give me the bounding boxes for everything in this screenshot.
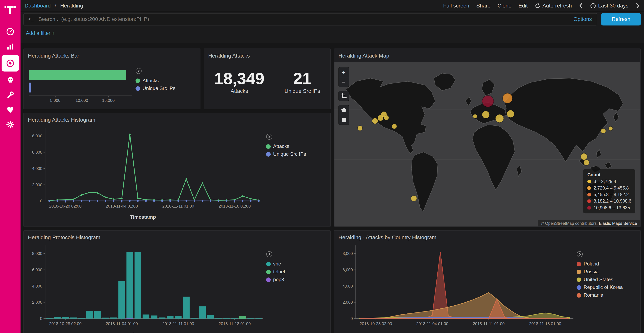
polygon-icon: [341, 107, 347, 113]
legend-label: Attacks: [142, 78, 159, 84]
map-fit-bounds-button[interactable]: [339, 91, 349, 101]
breadcrumb-dashboard-link[interactable]: Dashboard: [25, 3, 51, 9]
skull-icon: [6, 76, 15, 85]
map-legend-range-label: 10,908.6 – 13,635: [594, 205, 630, 210]
gear-icon: [6, 120, 15, 129]
sidebar-item-dashboard[interactable]: [2, 25, 19, 39]
legend-color-dot: [577, 293, 581, 297]
map-attribution: © OpenStreetMap contributors, Elastic Ma…: [538, 220, 640, 226]
telekom-logo[interactable]: [4, 4, 16, 18]
search-input-wrap[interactable]: >_ Options: [24, 13, 597, 25]
svg-text:2,000: 2,000: [32, 300, 42, 305]
sidebar-item-attack-map[interactable]: [2, 55, 19, 72]
country-histogram-legend: PolandRussiaUnited StatesRepublic of Kor…: [577, 251, 623, 298]
legend-color-dot: [136, 78, 140, 83]
add-filter-link[interactable]: Add a filter+: [26, 31, 55, 36]
panel-title: Heralding Protocols Histogram: [24, 231, 330, 240]
auto-refresh-control[interactable]: Auto-refresh: [534, 3, 572, 9]
options-link[interactable]: Options: [574, 16, 593, 22]
legend-label: Attacks: [273, 143, 289, 149]
sidebar-item-settings[interactable]: [2, 118, 19, 132]
time-back-button[interactable]: [579, 2, 584, 9]
legend-item-attacks[interactable]: Attacks: [136, 78, 176, 84]
panel-attacks-histogram: Heralding Attacks Histogram 02,0004,0006…: [24, 113, 330, 227]
x-axis-label: Timestamp: [24, 214, 262, 220]
svg-text:0: 0: [40, 199, 42, 203]
query-bar: >_ Options Refresh: [20, 12, 644, 27]
legend-item-telnet[interactable]: telnet: [266, 269, 285, 274]
map-legend-color-dot: [588, 193, 591, 196]
svg-text:2018-11-11 01:00: 2018-11-11 01:00: [473, 321, 505, 326]
legend-toggle-icon[interactable]: [266, 134, 306, 141]
legend-label: Russia: [584, 269, 599, 274]
legend-item-poland[interactable]: Poland: [577, 261, 623, 267]
legend-label: vnc: [273, 261, 281, 267]
svg-text:4,000: 4,000: [32, 166, 42, 171]
crop-icon: [341, 93, 347, 99]
panel-attack-map: Heralding Attack Map + −: [334, 49, 641, 227]
chevron-left-icon: [579, 2, 584, 9]
svg-text:2018-11-11 01:00: 2018-11-11 01:00: [162, 321, 194, 326]
map-zoom-out-button[interactable]: −: [339, 77, 349, 87]
map-draw-rectangle-button[interactable]: [339, 115, 349, 125]
refresh-button[interactable]: Refresh: [601, 13, 641, 25]
metric-unique-src-ips: 21 Unique Src IPs: [284, 70, 320, 94]
svg-text:6,000: 6,000: [342, 268, 353, 272]
menu-clone[interactable]: Clone: [498, 3, 512, 9]
legend-color-dot: [266, 269, 271, 274]
legend-item-russia[interactable]: Russia: [577, 269, 623, 274]
panel-country-histogram: Heralding - Attacks by Country Histogram…: [334, 230, 641, 333]
menu-share[interactable]: Share: [476, 3, 490, 9]
attack-map-canvas[interactable]: + − Count 3 – 2,7: [334, 62, 640, 226]
protocols-histogram-chart[interactable]: 02,0004,0006,0008,0002018-10-28 02:00201…: [27, 241, 265, 331]
country-histogram-chart[interactable]: 02,0004,0006,0008,0002018-10-28 02:00201…: [338, 241, 576, 331]
map-zoom-in-button[interactable]: +: [339, 67, 349, 77]
speedometer-icon: [6, 27, 15, 36]
legend-item-republic-of-korea[interactable]: Republic of Korea: [577, 284, 623, 290]
legend-item-united-states[interactable]: United States: [577, 277, 623, 282]
osm-attribution-link[interactable]: © OpenStreetMap contributors,: [541, 221, 598, 226]
legend-item-vnc[interactable]: vnc: [266, 261, 285, 267]
filter-bar: Add a filter+: [20, 27, 644, 43]
elastic-maps-attribution: Elastic Maps Service: [599, 221, 637, 226]
map-draw-polygon-button[interactable]: [339, 105, 349, 115]
plus-icon: +: [52, 31, 55, 36]
attacks-bar-chart[interactable]: 5,00010,00015,000: [26, 65, 136, 107]
svg-text:2018-10-28 02:00: 2018-10-28 02:00: [360, 321, 392, 326]
map-legend-range-label: 2,729.4 – 5,455.8: [594, 185, 629, 190]
svg-text:6,000: 6,000: [32, 150, 42, 155]
legend-item-romania[interactable]: Romania: [577, 292, 623, 298]
legend-label: Unique Src IPs: [273, 151, 306, 157]
svg-text:8,000: 8,000: [32, 134, 42, 138]
sidebar-item-tools[interactable]: [2, 88, 19, 102]
legend-color-dot: [577, 285, 581, 290]
legend-item-attacks[interactable]: Attacks: [266, 143, 306, 149]
search-input[interactable]: [38, 16, 570, 23]
svg-text:2018-10-28 02:00: 2018-10-28 02:00: [49, 321, 82, 326]
sidebar-item-health[interactable]: [2, 103, 19, 117]
svg-text:8,000: 8,000: [32, 251, 42, 256]
legend-item-unique-src-ips[interactable]: Unique Src IPs: [136, 86, 176, 91]
legend-item-unique-src-ips[interactable]: Unique Src IPs: [266, 151, 306, 157]
map-legend: Count 3 – 2,729.42,729.4 – 5,455.85,455.…: [583, 169, 636, 213]
chevron-right-icon: [636, 2, 640, 9]
svg-text:4,000: 4,000: [32, 284, 42, 288]
bar-chart-icon: [6, 42, 15, 51]
sidebar-item-analytics[interactable]: [2, 40, 19, 54]
legend-toggle-icon[interactable]: [136, 68, 176, 75]
protocols-histogram-legend: vnctelnetpop3: [266, 251, 285, 282]
legend-item-pop3[interactable]: pop3: [266, 277, 285, 282]
menu-full-screen[interactable]: Full screen: [443, 3, 469, 9]
menu-edit[interactable]: Edit: [518, 3, 528, 9]
terminal-prompt-icon: >_: [28, 16, 34, 22]
legend-label: Republic of Korea: [584, 284, 623, 290]
svg-text:2018-11-04 01:00: 2018-11-04 01:00: [106, 204, 138, 208]
time-forward-button[interactable]: [636, 2, 640, 9]
map-legend-range-label: 8,182.2 – 10,908.6: [594, 199, 631, 203]
time-range-control[interactable]: Last 30 days: [590, 3, 628, 9]
attacks-histogram-chart[interactable]: 02,0004,0006,0008,0002018-10-28 02:00201…: [27, 124, 265, 213]
sidebar-item-threats[interactable]: [2, 73, 19, 87]
legend-toggle-icon[interactable]: [577, 251, 623, 259]
legend-toggle-icon[interactable]: [266, 251, 285, 259]
metric-value: 21: [284, 70, 320, 87]
